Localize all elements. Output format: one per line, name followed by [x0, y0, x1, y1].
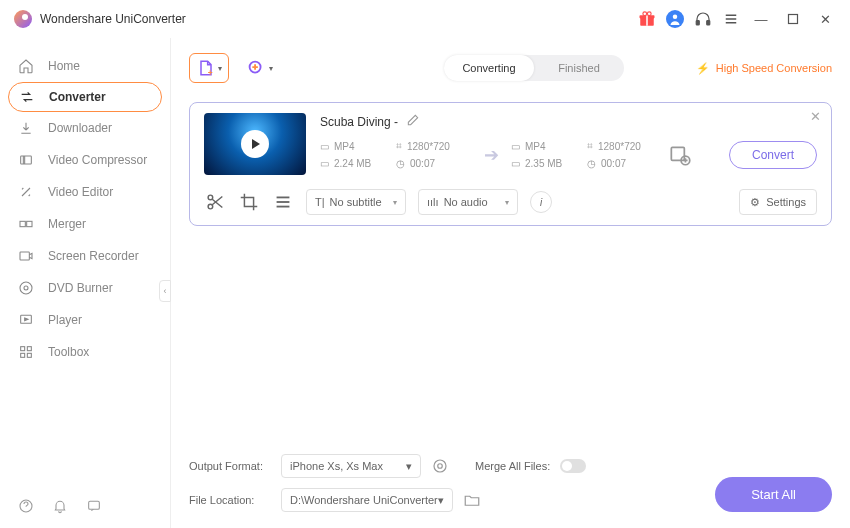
format-icon: ▭ — [511, 141, 520, 152]
add-url-button[interactable]: ▾ — [239, 53, 279, 83]
open-folder-button[interactable] — [463, 491, 481, 509]
player-icon — [18, 312, 34, 328]
resolution-icon: ⌗ — [396, 140, 402, 152]
svg-rect-2 — [646, 15, 648, 26]
maximize-button[interactable] — [782, 10, 804, 28]
audio-select[interactable]: ıılıNo audio ▾ — [418, 189, 518, 215]
svg-rect-20 — [27, 347, 31, 351]
sidebar-item-label: Screen Recorder — [48, 249, 139, 263]
add-file-button[interactable]: + ▾ — [189, 53, 229, 83]
file-location-select[interactable]: D:\Wondershare UniConverter ▾ — [281, 488, 453, 512]
target-size: 2.35 MB — [525, 158, 562, 169]
output-format-select[interactable]: iPhone Xs, Xs Max ▾ — [281, 454, 421, 478]
sidebar-item-toolbox[interactable]: Toolbox — [0, 336, 170, 368]
sidebar-item-converter[interactable]: Converter — [8, 82, 162, 112]
user-avatar-icon[interactable] — [666, 10, 684, 28]
sidebar-item-home[interactable]: Home — [0, 50, 170, 82]
trim-button[interactable] — [204, 191, 226, 213]
file-location-value: D:\Wondershare UniConverter — [290, 494, 438, 506]
svg-rect-19 — [21, 347, 25, 351]
svg-point-3 — [643, 12, 647, 16]
merge-toggle[interactable] — [560, 459, 586, 473]
sidebar-collapse-button[interactable]: ‹ — [159, 280, 171, 302]
menu-icon[interactable] — [722, 10, 740, 28]
tab-converting[interactable]: Converting — [444, 55, 534, 81]
sidebar-item-label: DVD Burner — [48, 281, 113, 295]
home-icon — [18, 58, 34, 74]
gift-icon[interactable] — [638, 10, 656, 28]
toolbox-icon — [18, 344, 34, 360]
crop-button[interactable] — [238, 191, 260, 213]
sidebar-item-player[interactable]: Player — [0, 304, 170, 336]
close-button[interactable]: ✕ — [814, 10, 836, 28]
feedback-icon[interactable] — [86, 498, 102, 514]
subtitle-icon: T| — [315, 196, 325, 208]
sidebar-item-dvd[interactable]: DVD Burner — [0, 272, 170, 304]
edit-title-button[interactable] — [406, 113, 420, 130]
headset-icon[interactable] — [694, 10, 712, 28]
tab-finished[interactable]: Finished — [534, 55, 624, 81]
help-icon[interactable] — [18, 498, 34, 514]
source-duration: 00:07 — [410, 158, 435, 169]
video-thumbnail[interactable] — [204, 113, 306, 175]
chevron-down-icon: ▾ — [393, 198, 397, 207]
format-icon: ▭ — [320, 141, 329, 152]
output-settings-icon[interactable] — [667, 142, 693, 168]
remove-file-button[interactable]: ✕ — [810, 109, 821, 124]
source-resolution: 1280*720 — [407, 141, 450, 152]
toolbar: + ▾ ▾ Converting Finished ⚡ High Speed C… — [189, 48, 832, 88]
subtitle-value: No subtitle — [330, 196, 382, 208]
svg-rect-14 — [27, 221, 32, 226]
sidebar-item-compressor[interactable]: Video Compressor — [0, 144, 170, 176]
chevron-down-icon: ▾ — [406, 460, 412, 473]
svg-rect-22 — [27, 353, 31, 357]
titlebar: Wondershare UniConverter — ✕ — [0, 0, 850, 38]
svg-rect-11 — [789, 15, 798, 24]
svg-point-34 — [434, 460, 446, 472]
settings-label: Settings — [766, 196, 806, 208]
merger-icon — [18, 216, 34, 232]
svg-text:+: + — [208, 68, 213, 78]
minimize-button[interactable]: — — [750, 10, 772, 28]
info-button[interactable]: i — [530, 191, 552, 213]
sidebar-item-label: Toolbox — [48, 345, 89, 359]
high-speed-label: High Speed Conversion — [716, 62, 832, 74]
arrow-right-icon: ➔ — [484, 144, 499, 166]
output-settings-button[interactable] — [431, 457, 449, 475]
duration-icon: ◷ — [587, 158, 596, 169]
bell-icon[interactable] — [52, 498, 68, 514]
sidebar: Home Converter Downloader Video Compress… — [0, 38, 170, 528]
source-size: 2.24 MB — [334, 158, 371, 169]
sidebar-item-label: Player — [48, 313, 82, 327]
convert-button[interactable]: Convert — [729, 141, 817, 169]
effects-button[interactable] — [272, 191, 294, 213]
file-title: Scuba Diving - — [320, 115, 398, 129]
subtitle-select[interactable]: T|No subtitle ▾ — [306, 189, 406, 215]
lightning-icon: ⚡ — [696, 62, 710, 75]
editor-icon — [18, 184, 34, 200]
svg-point-5 — [673, 15, 678, 20]
chevron-down-icon: ▾ — [218, 64, 222, 73]
chevron-down-icon: ▾ — [269, 64, 273, 73]
target-duration: 00:07 — [601, 158, 626, 169]
downloader-icon — [18, 120, 34, 136]
svg-rect-24 — [89, 501, 100, 509]
start-all-button[interactable]: Start All — [715, 477, 832, 512]
svg-point-29 — [208, 204, 213, 209]
sidebar-item-merger[interactable]: Merger — [0, 208, 170, 240]
converter-icon — [19, 89, 35, 105]
sidebar-item-editor[interactable]: Video Editor — [0, 176, 170, 208]
svg-rect-6 — [696, 21, 699, 26]
compressor-icon — [18, 152, 34, 168]
main-panel: + ▾ ▾ Converting Finished ⚡ High Speed C… — [171, 38, 850, 528]
sidebar-item-recorder[interactable]: Screen Recorder — [0, 240, 170, 272]
high-speed-button[interactable]: ⚡ High Speed Conversion — [696, 62, 832, 75]
sidebar-item-label: Converter — [49, 90, 106, 104]
recorder-icon — [18, 248, 34, 264]
sidebar-item-downloader[interactable]: Downloader — [0, 112, 170, 144]
sidebar-item-label: Home — [48, 59, 80, 73]
source-format: MP4 — [334, 141, 355, 152]
svg-rect-21 — [21, 353, 25, 357]
bottom-bar: Output Format: iPhone Xs, Xs Max ▾ Merge… — [189, 444, 832, 528]
file-settings-button[interactable]: ⚙ Settings — [739, 189, 817, 215]
